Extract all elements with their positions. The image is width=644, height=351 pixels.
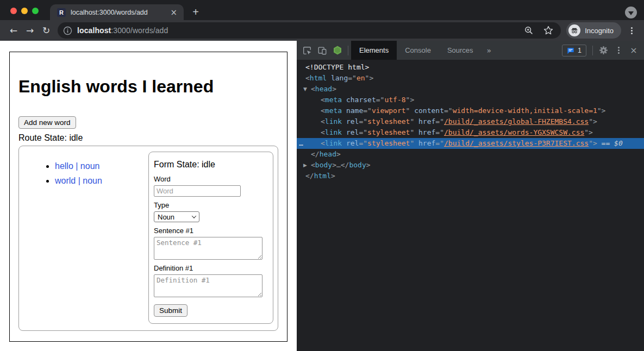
devtools-tree-row[interactable]: <meta name="viewport" content="width=dev… [297, 105, 644, 116]
devtools-menu-button[interactable] [611, 43, 626, 58]
url-text: localhost:3000/words/add [77, 26, 168, 35]
more-tabs-button[interactable]: » [482, 41, 497, 60]
node-extension-icon[interactable] [330, 43, 345, 58]
incognito-label: Incognito [585, 27, 614, 35]
code-token: =" [444, 106, 453, 115]
code-token: lang [331, 74, 348, 82]
code-token: link [325, 139, 342, 147]
code-token: width=device-width,initial-scale=1 [453, 106, 597, 115]
code-token [342, 139, 346, 147]
code-token: href [418, 128, 435, 136]
code-token: < [305, 74, 310, 82]
devtools-tab-sources[interactable]: Sources [439, 41, 482, 60]
tab-close-icon[interactable]: × [169, 8, 178, 17]
address-toolbar: ← → ↻ localhost:3000/words/add Incognito [0, 20, 644, 41]
code-token: == $0 [597, 139, 623, 147]
code-token: " [410, 117, 418, 126]
code-token [342, 117, 346, 126]
code-token: =" [435, 117, 444, 126]
collapse-arrow-icon[interactable]: ▼ [303, 84, 307, 95]
code-token: … [336, 161, 341, 169]
toolbar-divider [592, 46, 593, 55]
bookmark-star-icon[interactable] [543, 26, 553, 35]
code-token: "> [597, 106, 606, 115]
forward-button[interactable]: → [22, 23, 38, 38]
definition-textarea[interactable] [154, 274, 262, 297]
code-token: "> [365, 74, 374, 82]
browser-update-icon[interactable] [625, 7, 637, 18]
word-input[interactable] [154, 185, 241, 197]
code-token: < [321, 128, 325, 136]
devtools-tab-console[interactable]: Console [397, 41, 439, 60]
submit-button[interactable]: Submit [154, 304, 187, 317]
devtools-panel: ElementsConsoleSources » 1 × <!DOCTYPE h… [297, 41, 644, 351]
code-token: > [366, 161, 371, 169]
code-token: =" [435, 128, 444, 136]
more-actions-icon[interactable]: … [299, 138, 303, 149]
devtools-tree-row[interactable]: </head> [297, 149, 644, 160]
code-token: =" [359, 139, 367, 147]
code-token: link [325, 117, 342, 126]
devtools-tree-row[interactable]: <link rel="stylesheet" href="/build/_ass… [297, 116, 644, 127]
add-new-word-button[interactable]: Add new word [18, 116, 76, 129]
code-token: name [346, 106, 363, 115]
issues-counter[interactable]: 1 [562, 45, 586, 57]
code-token: > [332, 161, 336, 169]
code-token: </ [311, 150, 320, 158]
devtools-tree-row[interactable]: <!DOCTYPE html> [297, 62, 644, 73]
code-token: </ [341, 161, 349, 169]
device-toolbar-icon[interactable] [315, 43, 330, 58]
back-button[interactable]: ← [5, 23, 22, 38]
page-title: English words I learned [18, 77, 278, 97]
code-token: "> [584, 128, 593, 136]
devtools-tree-row[interactable]: </html> [297, 171, 644, 181]
settings-gear-icon[interactable] [596, 43, 611, 58]
code-token: "> [406, 96, 415, 104]
code-token: href [418, 139, 435, 147]
sentence-label: Sentence #1 [154, 227, 268, 235]
devtools-tree-row[interactable]: ▶<body>…</body> [297, 160, 644, 171]
browser-menu-button[interactable] [624, 23, 639, 37]
issues-count: 1 [578, 47, 582, 54]
form-state-text: Form State: idle [154, 160, 268, 170]
tab-title: localhost:3000/words/add [71, 9, 169, 16]
type-select[interactable]: Noun [154, 211, 199, 222]
sentence-textarea[interactable] [154, 237, 262, 260]
code-token: " [406, 106, 415, 115]
zoom-page-icon[interactable] [524, 26, 534, 35]
code-token: < [321, 117, 325, 126]
incognito-badge[interactable]: Incognito [566, 22, 621, 39]
window-close-button[interactable] [10, 8, 17, 14]
code-token: > [332, 85, 336, 93]
word-link[interactable]: hello | noun [55, 161, 99, 171]
devtools-tab-elements[interactable]: Elements [351, 41, 397, 60]
route-state-text: Route State: idle [18, 133, 278, 143]
window-zoom-button[interactable] [32, 8, 39, 14]
devtools-tree-row[interactable]: <html lang="en"> [297, 73, 644, 84]
inspect-element-icon[interactable] [299, 43, 315, 58]
browser-tab[interactable]: R localhost:3000/words/add × [50, 4, 184, 20]
app-container: English words I learned Add new word Rou… [9, 52, 287, 342]
code-token: body [315, 161, 332, 169]
devtools-close-button[interactable]: × [626, 43, 641, 58]
devtools-tree-row[interactable]: ▼<head> [297, 84, 644, 95]
address-bar[interactable]: localhost:3000/words/add [58, 22, 561, 39]
code-token: body [349, 161, 366, 169]
remix-favicon-icon: R [57, 8, 66, 17]
new-tab-button[interactable]: + [189, 5, 203, 19]
devtools-tree-row[interactable]: <link rel="stylesheet" href="/build/_ass… [297, 127, 644, 138]
reload-button[interactable]: ↻ [38, 23, 54, 38]
word-link[interactable]: world | noun [55, 176, 102, 185]
url-path: :3000/words/add [111, 26, 168, 35]
words-list: hello | nounworld | noun [19, 161, 102, 330]
window-minimize-button[interactable] [21, 8, 28, 14]
devtools-tree-row[interactable]: <meta charset="utf-8"> [297, 95, 644, 105]
code-token: stylesheet [367, 139, 410, 147]
code-token: < [321, 106, 325, 115]
code-token: stylesheet [367, 117, 410, 126]
expand-arrow-icon[interactable]: ▶ [303, 160, 307, 171]
site-info-icon[interactable] [63, 26, 72, 35]
devtools-tree-row[interactable]: …<link rel="stylesheet" href="/build/_as… [297, 138, 644, 149]
word-list-item: hello | noun [55, 161, 102, 171]
code-token: > [336, 150, 341, 158]
